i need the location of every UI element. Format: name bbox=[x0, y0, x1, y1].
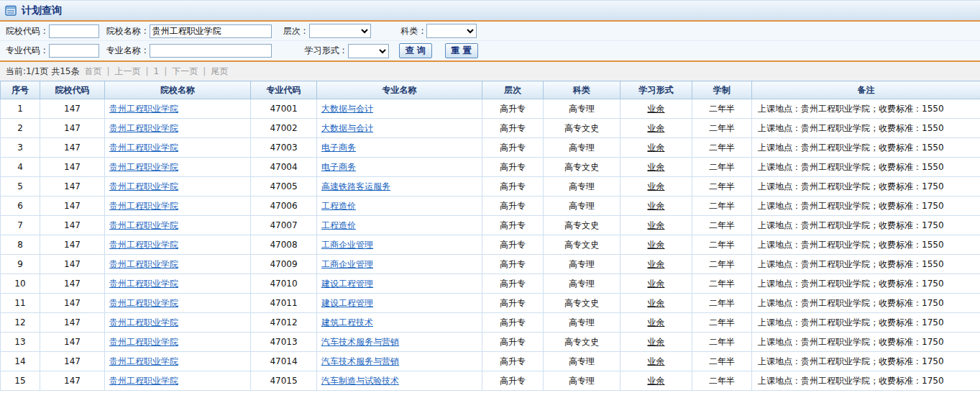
school-name-link[interactable]: 贵州工程职业学院 bbox=[109, 298, 178, 308]
school-code-input[interactable] bbox=[49, 24, 99, 38]
major-name-link[interactable]: 工商企业管理 bbox=[321, 259, 373, 269]
cell-major-code: 47011 bbox=[251, 294, 317, 313]
level-select[interactable] bbox=[309, 24, 371, 38]
table-row: 12147贵州工程职业学院47012建筑工程技术高升专高专理业余二年半上课地点：… bbox=[1, 313, 980, 333]
category-select[interactable] bbox=[426, 24, 477, 38]
cell-remark: 上课地点：贵州工程职业学院；收费标准：1550 bbox=[752, 119, 980, 138]
school-code-label: 院校代码 : bbox=[6, 25, 46, 37]
cell-remark: 上课地点：贵州工程职业学院；收费标准：1750 bbox=[752, 352, 980, 371]
cell-seq: 5 bbox=[1, 177, 40, 197]
cell-level: 高升专 bbox=[482, 274, 544, 294]
major-code-input[interactable] bbox=[49, 44, 99, 58]
study-form-select[interactable] bbox=[348, 44, 389, 58]
cell-school-name: 贵州工程职业学院 bbox=[105, 352, 251, 371]
cell-school-code: 147 bbox=[40, 138, 105, 158]
cell-school-name: 贵州工程职业学院 bbox=[105, 138, 251, 158]
cell-level: 高升专 bbox=[482, 177, 544, 197]
pagination-page-1[interactable]: 1 bbox=[154, 66, 160, 76]
major-name-input[interactable] bbox=[150, 44, 272, 58]
major-name-link[interactable]: 电子商务 bbox=[321, 143, 356, 153]
school-name-link[interactable]: 贵州工程职业学院 bbox=[109, 104, 178, 114]
school-name-link[interactable]: 贵州工程职业学院 bbox=[109, 259, 178, 269]
cell-study-form: 业余 bbox=[620, 158, 692, 177]
cell-seq: 1 bbox=[1, 99, 40, 119]
major-name-link[interactable]: 汽车技术服务与营销 bbox=[321, 356, 399, 366]
major-name-link[interactable]: 工程造价 bbox=[321, 201, 356, 211]
table-row: 10147贵州工程职业学院47010建设工程管理高升专高专理业余二年半上课地点：… bbox=[1, 274, 980, 294]
school-name-link[interactable]: 贵州工程职业学院 bbox=[109, 356, 178, 366]
cell-level: 高升专 bbox=[482, 216, 544, 235]
cell-school-code: 147 bbox=[40, 119, 105, 138]
school-name-input[interactable] bbox=[150, 24, 272, 38]
cell-study-form: 业余 bbox=[620, 197, 692, 216]
school-name-link[interactable]: 贵州工程职业学院 bbox=[109, 279, 178, 289]
cell-level: 高升专 bbox=[482, 294, 544, 313]
cell-category: 高专理 bbox=[544, 313, 620, 333]
table-row: 2147贵州工程职业学院47002大数据与会计高升专高专文史业余二年半上课地点：… bbox=[1, 119, 980, 138]
cell-major-name: 大数据与会计 bbox=[317, 119, 482, 138]
major-name-link[interactable]: 建设工程管理 bbox=[321, 279, 373, 289]
cell-major-code: 47007 bbox=[251, 216, 317, 235]
cell-category: 高专理 bbox=[544, 274, 620, 294]
cell-duration: 二年半 bbox=[692, 294, 752, 313]
school-name-link[interactable]: 贵州工程职业学院 bbox=[109, 337, 178, 347]
title-bar: 计划查询 bbox=[0, 0, 980, 20]
cell-major-name: 工程造价 bbox=[317, 197, 482, 216]
pagination-last[interactable]: 尾页 bbox=[211, 66, 228, 78]
reset-button[interactable]: 重 置 bbox=[445, 43, 478, 58]
cell-duration: 二年半 bbox=[692, 99, 752, 119]
cell-duration: 二年半 bbox=[692, 333, 752, 352]
search-form-row-2: 专业代码 : 专业名称 : 学习形式 : 查 询 重 置 bbox=[0, 41, 980, 60]
major-name-link[interactable]: 建设工程管理 bbox=[321, 298, 373, 308]
major-name-label: 专业名称 : bbox=[106, 45, 147, 57]
school-name-link[interactable]: 贵州工程职业学院 bbox=[109, 123, 178, 133]
table-row: 4147贵州工程职业学院47004电子商务高升专高专文史业余二年半上课地点：贵州… bbox=[1, 158, 980, 177]
cell-major-name: 汽车技术服务与营销 bbox=[317, 333, 482, 352]
cell-remark: 上课地点：贵州工程职业学院；收费标准：1550 bbox=[752, 158, 980, 177]
cell-study-form: 业余 bbox=[620, 333, 692, 352]
major-name-link[interactable]: 建筑工程技术 bbox=[321, 317, 373, 328]
school-name-link[interactable]: 贵州工程职业学院 bbox=[109, 181, 178, 191]
cell-school-name: 贵州工程职业学院 bbox=[105, 99, 251, 119]
cell-major-name: 大数据与会计 bbox=[317, 99, 482, 119]
cell-seq: 12 bbox=[1, 313, 40, 333]
school-name-link[interactable]: 贵州工程职业学院 bbox=[109, 317, 178, 328]
cell-remark: 上课地点：贵州工程职业学院；收费标准：1550 bbox=[752, 255, 980, 274]
cell-major-code: 47006 bbox=[251, 197, 317, 216]
cell-major-code: 47002 bbox=[251, 119, 317, 138]
cell-remark: 上课地点：贵州工程职业学院；收费标准：1750 bbox=[752, 333, 980, 352]
school-name-link[interactable]: 贵州工程职业学院 bbox=[109, 162, 178, 172]
pagination-next[interactable]: 下一页 bbox=[172, 66, 198, 78]
query-button[interactable]: 查 询 bbox=[399, 43, 432, 58]
cell-duration: 二年半 bbox=[692, 352, 752, 371]
cell-school-name: 贵州工程职业学院 bbox=[105, 294, 251, 313]
search-form-row-1: 院校代码 : 院校名称 : 层次 : 科类 : bbox=[0, 22, 980, 41]
pagination-prev[interactable]: 上一页 bbox=[115, 66, 141, 78]
cell-category: 高专理 bbox=[544, 177, 620, 197]
major-name-link[interactable]: 大数据与会计 bbox=[321, 104, 373, 114]
school-name-link[interactable]: 贵州工程职业学院 bbox=[109, 201, 178, 211]
cell-level: 高升专 bbox=[482, 99, 544, 119]
major-name-link[interactable]: 电子商务 bbox=[321, 162, 356, 172]
table-header-row: 序号 院校代码 院校名称 专业代码 专业名称 层次 科类 学习形式 学制 备注 bbox=[1, 81, 980, 99]
cell-level: 高升专 bbox=[482, 119, 544, 138]
major-name-link[interactable]: 工程造价 bbox=[321, 220, 356, 230]
major-name-link[interactable]: 工商企业管理 bbox=[321, 240, 373, 250]
cell-school-code: 147 bbox=[40, 313, 105, 333]
cell-study-form: 业余 bbox=[620, 274, 692, 294]
school-name-link[interactable]: 贵州工程职业学院 bbox=[109, 143, 178, 153]
school-name-link[interactable]: 贵州工程职业学院 bbox=[109, 376, 178, 386]
major-name-link[interactable]: 高速铁路客运服务 bbox=[321, 181, 390, 191]
major-name-link[interactable]: 汽车制造与试验技术 bbox=[321, 376, 399, 386]
cell-major-code: 47010 bbox=[251, 274, 317, 294]
major-name-link[interactable]: 汽车技术服务与营销 bbox=[321, 337, 399, 347]
cell-school-code: 147 bbox=[40, 197, 105, 216]
school-name-link[interactable]: 贵州工程职业学院 bbox=[109, 240, 178, 250]
cell-seq: 8 bbox=[1, 235, 40, 255]
pagination-status: 当前:1/1页 共15条 bbox=[6, 66, 79, 78]
cell-major-name: 建筑工程技术 bbox=[317, 313, 482, 333]
col-header-major-code: 专业代码 bbox=[251, 81, 317, 99]
major-name-link[interactable]: 大数据与会计 bbox=[321, 123, 373, 133]
pagination-first[interactable]: 首页 bbox=[84, 66, 101, 78]
school-name-link[interactable]: 贵州工程职业学院 bbox=[109, 220, 178, 230]
